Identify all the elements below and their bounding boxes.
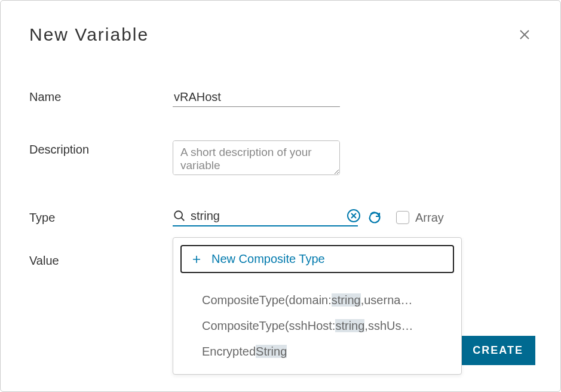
- name-row: Name: [29, 88, 532, 107]
- array-checkbox-wrap: Array: [396, 211, 444, 225]
- type-label: Type: [29, 209, 173, 225]
- type-input[interactable]: [191, 209, 342, 223]
- close-button[interactable]: [517, 27, 532, 42]
- clear-icon[interactable]: [347, 209, 361, 223]
- search-icon: [173, 209, 186, 222]
- svg-point-0: [174, 211, 182, 219]
- type-input-wrap: [173, 209, 358, 226]
- dropdown-item[interactable]: CompositeType(domain:string,userna…: [202, 287, 447, 313]
- dropdown-item[interactable]: EncryptedString: [202, 339, 447, 365]
- close-icon: [517, 27, 532, 42]
- array-label: Array: [415, 211, 444, 225]
- create-button[interactable]: CREATE: [461, 336, 535, 365]
- description-row: Description: [29, 140, 532, 175]
- type-dropdown: New Composite Type CompositeType(domain:…: [173, 237, 462, 375]
- array-checkbox[interactable]: [396, 211, 409, 224]
- dialog-header: New Variable: [29, 24, 532, 45]
- value-label: Value: [29, 252, 173, 268]
- new-composite-type-button[interactable]: New Composite Type: [180, 245, 454, 273]
- new-variable-dialog: New Variable Name Description Type: [0, 0, 561, 392]
- description-label: Description: [29, 140, 173, 157]
- type-row: Type Array: [29, 209, 532, 226]
- refresh-icon[interactable]: [367, 210, 382, 225]
- new-composite-type-label: New Composite Type: [211, 252, 325, 266]
- name-label: Name: [29, 88, 173, 104]
- dropdown-item[interactable]: CompositeType(sshHost:string,sshUs…: [202, 313, 447, 339]
- name-input[interactable]: [173, 88, 340, 107]
- type-controls: Array New Composite Type CompositeType(d…: [173, 209, 444, 226]
- plus-icon: [191, 254, 202, 265]
- description-input[interactable]: [173, 140, 340, 175]
- type-dropdown-list: CompositeType(domain:string,userna… Comp…: [173, 287, 461, 374]
- dialog-title: New Variable: [29, 24, 149, 45]
